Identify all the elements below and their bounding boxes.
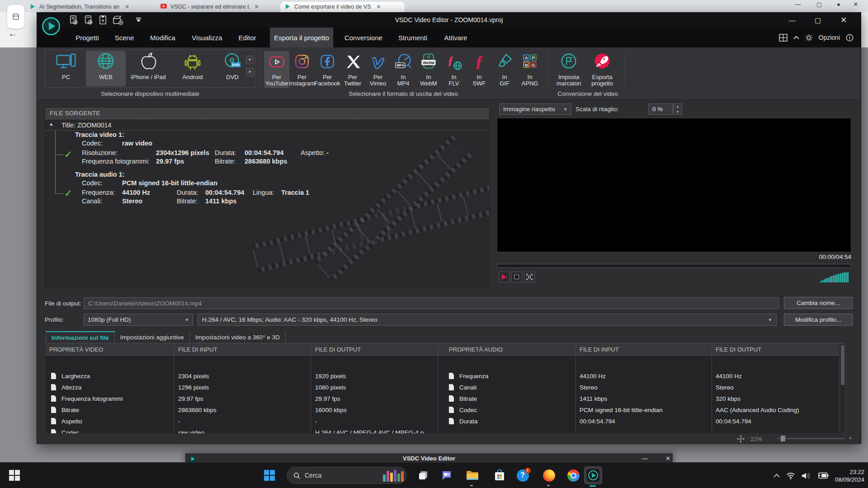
tab-impostazioni-360-3d[interactable]: Impostazioni video a 360° e 3D [190,331,286,343]
pan-zoom-icon[interactable] [737,435,745,443]
save-project-icon[interactable] [99,15,107,25]
toolbar-caret-icon[interactable] [136,18,142,23]
menu-strumenti[interactable]: Strumenti [398,28,427,47]
tab-close-icon[interactable]: ✕ [125,4,129,10]
video-track-check-icon: ✓ [64,149,72,160]
collapse-ribbon-icon[interactable] [793,36,799,39]
menu-conversione[interactable]: Conversione [344,28,382,47]
minimize-button[interactable]: — [782,13,802,28]
search-placeholder: Cerca [305,472,321,479]
device-scroll-down-button[interactable]: ▼ [246,68,254,76]
browser-back-icon[interactable]: ← [8,28,17,39]
profile-select[interactable]: 1080p (Full HD)▼ [84,314,193,326]
export-video-icon[interactable] [113,15,124,25]
tab-impostazioni-aggiuntive[interactable]: Impostazioni aggiuntive [115,331,190,343]
file-explorer-icon[interactable] [465,468,479,483]
widgets-icon[interactable] [7,468,22,483]
edit-profile-button[interactable]: Modifica profilo... [784,314,853,326]
start-button[interactable] [262,468,277,483]
taskbar-clock[interactable]: 23:22 08/09/2024 [835,468,864,483]
zoom-in-icon[interactable]: + [849,435,852,441]
video-framerate-value: 29.97 fps [156,158,184,165]
browser-close-button[interactable]: ✕ [849,1,863,8]
seek-bar[interactable] [497,264,851,268]
crop-scale-input[interactable]: 0 % [648,103,673,115]
tab-informazioni-sul-file[interactable]: Informazioni sul file [46,331,115,343]
vsdc-titlebar[interactable]: VSDC Video Editor - ZOOM0014.vproj — ▢ ✕ [37,13,861,28]
wifi-icon[interactable] [786,472,795,479]
device-android[interactable]: Android [173,51,212,86]
device-pc[interactable]: PC [46,51,86,86]
device-web-selected[interactable]: WEB [86,51,126,86]
microsoft-store-icon[interactable] [492,468,507,483]
menu-attivare[interactable]: Attivare [444,28,467,47]
menu-editor[interactable]: Editor [238,28,256,47]
col-header: PROPRIETÀ AUDIO [449,346,503,353]
task-view-icon[interactable] [416,468,430,483]
chrome-icon[interactable] [566,468,580,483]
maximize-button[interactable]: ▢ [808,13,828,28]
menu-progetti[interactable]: Progetti [75,28,99,47]
menu-scene[interactable]: Scene [115,28,134,47]
source-title-row[interactable]: Title: ZOOM0014 [61,122,112,129]
format-in-mp4[interactable]: MP4 InMP4 [391,51,416,88]
get-help-icon[interactable]: ? ! [515,468,530,483]
format-per-youtube-selected[interactable]: PerYouTube [264,51,289,88]
search-box[interactable]: Cerca [287,467,407,484]
menu-esporta-il-progetto-active[interactable]: Esporta il progetto [270,28,333,47]
device-scroll-up-button[interactable]: ▼ [246,56,254,64]
browser-tab-1[interactable]: AI Segmentation, Transitions an ✕ [25,2,148,12]
chat-icon[interactable] [439,468,454,483]
format-per-vimeo[interactable]: PerVimeo [365,51,391,88]
browser-tab-2[interactable]: VSDC - separare ed eliminare t ✕ [156,2,274,12]
play-button[interactable] [499,272,509,282]
tab-close-icon[interactable]: ✕ [255,4,259,10]
device-iphone-ipad[interactable]: iPhone / iPad [126,51,171,86]
format-in-gif[interactable]: InGIF [492,51,517,88]
format-per-facebook[interactable]: PerFacebook [315,51,340,88]
gear-icon[interactable] [805,34,813,42]
collapse-triangle-icon[interactable]: ▼ [47,121,55,128]
browser-sidebar-card[interactable] [7,5,24,28]
new-project-icon[interactable] [69,15,78,25]
zoom-slider-handle[interactable] [781,436,785,441]
battery-icon[interactable] [817,472,829,479]
browser-maximize-button[interactable]: ▢ [812,1,826,8]
table-scrollbar[interactable] [840,344,846,433]
aspect-ratio-select[interactable]: Immagine riaspetto▼ [499,103,571,115]
browser-tab-3-active[interactable]: Come esportare il video de VS ✕ [280,2,405,12]
rename-button[interactable]: Cambia nome... [784,297,853,309]
fullscreen-button[interactable] [524,272,535,282]
set-markers-button[interactable]: Impostamarcatori [552,51,585,88]
menu-modifica[interactable]: Modifica [150,28,175,47]
browser-minimize-button[interactable]: — [791,1,805,8]
col-header: FILE DI OUTPUT [716,346,761,353]
firefox-icon[interactable] [542,468,556,483]
mini-minimize-button[interactable]: — [642,455,648,462]
profile-details-select[interactable]: H.264 / AVC, 16 Mbps; Audio: AAC - 320 k… [198,314,777,326]
options-label[interactable]: Opzioni [819,34,840,41]
menu-visualizza[interactable]: Visualizza [192,28,222,47]
tab-close-icon[interactable]: ✕ [377,4,381,10]
browser-profile-icon[interactable]: ● [832,1,845,8]
vsdc-taskbar-icon-active[interactable] [584,466,602,484]
format-in-flv[interactable]: ƒ InFLV [441,51,467,88]
export-project-button[interactable]: Esportaprogetto [586,51,618,88]
mini-close-button[interactable]: ✕ [665,455,670,462]
format-in-swf[interactable]: ƒ InSWF [467,51,492,88]
tray-chevron-icon[interactable] [774,474,780,478]
open-project-icon[interactable] [84,15,93,25]
speaker-icon[interactable] [802,472,811,479]
stop-button[interactable] [511,272,522,282]
output-file-path-field[interactable]: C:\Users\Daniele\Videos\ZOOM0014.mp4 [84,297,779,309]
format-in-webm[interactable]: WebM InWebM [416,51,441,88]
close-button[interactable]: ✕ [834,13,854,28]
info-icon[interactable] [846,34,854,42]
layout-grid-icon[interactable] [779,34,788,42]
format-per-twitter[interactable]: PerTwitter [340,51,365,88]
spinner-down-icon[interactable]: ▼ [676,110,679,113]
spinner-up-icon[interactable]: ▲ [676,105,679,108]
zoom-slider[interactable] [777,438,845,439]
format-per-instagram[interactable]: PerInstagram [289,51,315,88]
format-in-apng[interactable]: APNG InAPNG [517,51,542,88]
